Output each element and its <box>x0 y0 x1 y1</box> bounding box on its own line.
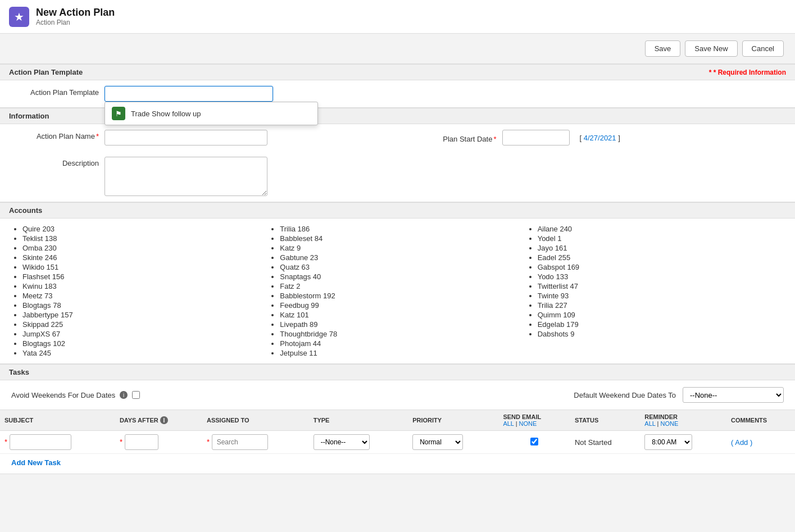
trade-show-icon: ⚑ <box>112 107 125 120</box>
autocomplete-item-label: Trade Show follow up <box>131 110 201 118</box>
accounts-grid: Quire 203Teklist 138Omba 230Skinte 246Wi… <box>0 219 795 363</box>
save-button[interactable]: Save <box>645 40 681 57</box>
list-item: Trilia 227 <box>538 301 784 310</box>
plan-start-date-input[interactable]: 4/27/2021 <box>502 130 570 145</box>
action-plan-name-input[interactable] <box>105 130 267 145</box>
type-select[interactable]: --None-- Call Email Meeting <box>314 434 370 450</box>
list-item: Twinte 93 <box>538 291 784 301</box>
page-title: New Action Plan <box>36 7 115 19</box>
list-item: Katz 101 <box>280 310 526 320</box>
information-title: Information <box>9 112 49 120</box>
list-item: Katz 9 <box>280 243 526 253</box>
toolbar: Save Save New Cancel <box>0 34 795 64</box>
template-label: Action Plan Template <box>9 86 99 97</box>
list-item: Eadel 255 <box>538 253 784 262</box>
list-item: Meetz 73 <box>22 291 269 301</box>
list-item: Feedbug 99 <box>280 301 526 310</box>
avoid-weekends-checkbox[interactable] <box>132 391 140 399</box>
list-item: Gabspot 169 <box>538 262 784 272</box>
send-email-none-link[interactable]: NONE <box>519 420 537 427</box>
accounts-col3: Ailane 240Yodel 1Jayo 161Eadel 255Gabspo… <box>526 224 784 358</box>
list-item: Skippad 225 <box>22 320 269 329</box>
list-item: Wikido 151 <box>22 262 269 272</box>
tasks-table: SUBJECT DAYS AFTER i ASSIGNED TO TYPE PR… <box>0 410 795 454</box>
th-type: TYPE <box>309 410 408 431</box>
tasks-title: Tasks <box>9 368 29 376</box>
reminder-all-link[interactable]: ALL <box>644 420 655 427</box>
list-item: Flashset 156 <box>22 272 269 281</box>
accounts-col2: Trilia 186Babbleset 84Katz 9Gabtune 23Qu… <box>269 224 526 358</box>
action-plan-name-row: Action Plan Name* <box>0 124 398 151</box>
subject-input[interactable] <box>10 434 71 450</box>
avoid-weekends-group: Avoid Weekends For Due Dates i <box>11 391 140 399</box>
tasks-section-header: Tasks <box>0 364 795 380</box>
list-item: Ailane 240 <box>538 224 784 234</box>
list-item: Photojam 44 <box>280 339 526 348</box>
tasks-options: Avoid Weekends For Due Dates i Default W… <box>0 380 795 410</box>
app-header: ★ New Action Plan Action Plan <box>0 0 795 34</box>
plan-start-date-link-wrapper: [ 4/27/2021 ] <box>580 134 620 142</box>
reminder-none-link[interactable]: NONE <box>660 420 678 427</box>
autocomplete-item[interactable]: ⚑ Trade Show follow up <box>105 102 317 125</box>
list-item: Jayo 161 <box>538 243 784 253</box>
td-priority: Normal High Low <box>408 431 498 454</box>
priority-select[interactable]: Normal High Low <box>412 434 463 450</box>
list-item: Quire 203 <box>22 224 269 234</box>
template-form-row: Action Plan Template tr ⚑ Trade Show fol… <box>0 80 795 107</box>
assigned-to-input[interactable] <box>212 434 268 450</box>
avoid-weekends-label: Avoid Weekends For Due Dates <box>11 391 115 399</box>
td-reminder: 8:00 AM 9:00 AM 10:00 AM 12:00 PM <box>640 431 726 454</box>
status-value: Not Started <box>575 438 612 447</box>
avoid-weekends-info-icon: i <box>120 391 128 399</box>
add-comment-link[interactable]: ( Add ) <box>731 438 752 447</box>
default-weekend-select[interactable]: --None-- Previous Friday Next Monday <box>683 387 784 403</box>
action-plan-template-section-header: Action Plan Template * * Required Inform… <box>0 64 795 80</box>
th-reminder: REMINDER ALL | NONE <box>640 410 726 431</box>
list-item: Dabshots 9 <box>538 329 784 339</box>
td-send-email <box>498 431 570 454</box>
list-item: JumpXS 67 <box>22 329 269 339</box>
th-assigned-to: ASSIGNED TO <box>202 410 309 431</box>
td-days-after: * <box>115 431 202 454</box>
table-row: * * * --None-- Call Email Meeting <box>0 431 795 454</box>
reminder-select[interactable]: 8:00 AM 9:00 AM 10:00 AM 12:00 PM <box>644 434 692 450</box>
list-item: Teklist 138 <box>22 234 269 243</box>
reminder-links: ALL | NONE <box>644 420 722 427</box>
accounts-title: Accounts <box>9 206 42 215</box>
add-new-task-link[interactable]: Add New Task <box>0 454 795 474</box>
default-weekend-label: Default Weekend Due Dates To <box>574 391 676 399</box>
list-item: Babblestorm 192 <box>280 291 526 301</box>
plan-start-date-link[interactable]: 4/27/2021 <box>584 134 616 142</box>
th-priority: PRIORITY <box>408 410 498 431</box>
accounts-section: Accounts Quire 203Teklist 138Omba 230Ski… <box>0 202 795 364</box>
action-plan-template-title: Action Plan Template <box>9 68 83 76</box>
list-item: Twitterlist 47 <box>538 281 784 291</box>
td-assigned-to: * <box>202 431 309 454</box>
plan-start-date-label: Plan Start Date* <box>407 133 497 143</box>
description-row: Description <box>0 151 795 202</box>
days-after-input[interactable] <box>125 434 158 450</box>
list-item: Quimm 109 <box>538 310 784 320</box>
cancel-button[interactable]: Cancel <box>742 40 784 57</box>
list-item: Snaptags 40 <box>280 272 526 281</box>
description-textarea[interactable] <box>105 157 267 196</box>
header-title-block: New Action Plan Action Plan <box>36 7 115 26</box>
list-item: Kwinu 183 <box>22 281 269 291</box>
list-item: Blogtags 102 <box>22 339 269 348</box>
days-after-info-icon: i <box>160 416 168 424</box>
autocomplete-wrapper: tr ⚑ Trade Show follow up <box>105 86 273 102</box>
send-email-checkbox[interactable] <box>530 438 538 445</box>
send-email-all-link[interactable]: ALL <box>503 420 514 427</box>
plan-start-date-row: Plan Start Date* 4/27/2021 [ 4/27/2021 ] <box>398 124 796 151</box>
template-input[interactable]: tr <box>105 86 273 102</box>
page-subtitle: Action Plan <box>36 19 115 26</box>
td-comments: ( Add ) <box>726 431 795 454</box>
tasks-section: Tasks Avoid Weekends For Due Dates i Def… <box>0 364 795 474</box>
tasks-table-header-row: SUBJECT DAYS AFTER i ASSIGNED TO TYPE PR… <box>0 410 795 431</box>
accounts-col1: Quire 203Teklist 138Omba 230Skinte 246Wi… <box>11 224 269 358</box>
action-plan-template-section: Action Plan Template * * Required Inform… <box>0 64 795 108</box>
list-item: Thoughtbridge 78 <box>280 329 526 339</box>
list-item: Yata 245 <box>22 348 269 358</box>
save-new-button[interactable]: Save New <box>685 40 737 57</box>
default-weekend-group: Default Weekend Due Dates To --None-- Pr… <box>574 387 784 403</box>
